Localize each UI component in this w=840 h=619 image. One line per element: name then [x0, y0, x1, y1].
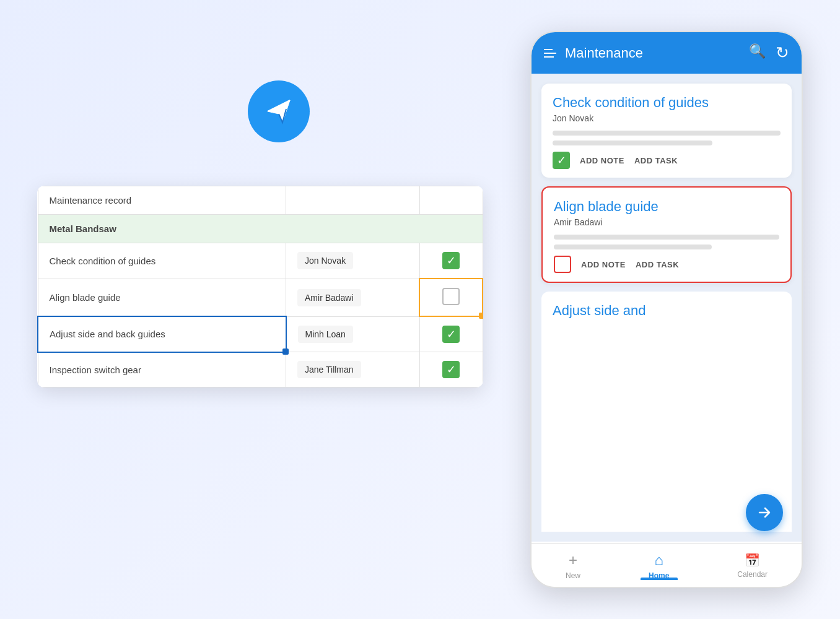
card2-footer: ADD NOTE ADD TASK [554, 256, 779, 273]
phone-topbar: Maintenance 🔍 ↻ [532, 32, 802, 74]
new-icon: + [569, 552, 577, 569]
home-icon: ⌂ [654, 552, 663, 569]
phone-bottom-nav: + New ⌂ Home 📅 Calendar [532, 543, 802, 587]
partial-card: Adjust side and [541, 292, 792, 532]
card2-line2 [554, 245, 712, 249]
card2-add-note[interactable]: ADD NOTE [581, 260, 626, 269]
spreadsheet-table: Maintenance record Metal Bandsaw Check c… [37, 186, 483, 387]
card1-title: Check condition of guides [553, 95, 781, 111]
nav-item-home[interactable]: ⌂ Home [649, 552, 669, 580]
card1-assignee: Jon Novak [553, 113, 781, 123]
phone-title: Maintenance [565, 45, 643, 61]
card2-line1 [554, 235, 779, 240]
table-row: Align blade guide Amir Badawi [38, 279, 483, 316]
section-row: Metal Bandsaw [38, 215, 483, 243]
assignee-cell: Jon Novak [286, 243, 420, 279]
card1-line1 [553, 131, 781, 136]
card2-title: Align blade guide [554, 199, 779, 215]
task-cell: Inspection switch gear [38, 352, 286, 387]
paper-plane-icon [248, 80, 310, 142]
nav-calendar-label: Calendar [737, 570, 768, 579]
assignee-name: Jon Novak [297, 252, 353, 269]
table-row: Check condition of guides Jon Novak ✓ [38, 243, 483, 279]
nav-new-label: New [566, 571, 580, 580]
task-cell: Check condition of guides [38, 243, 286, 279]
nav-item-new[interactable]: + New [566, 552, 580, 580]
task-cell: Align blade guide [38, 279, 286, 316]
header-col3 [419, 186, 483, 215]
card1-line2 [553, 141, 712, 145]
assignee-name: Amir Badawi [297, 289, 361, 306]
card1-add-note[interactable]: ADD NOTE [580, 156, 624, 165]
task-card-1[interactable]: Check condition of guides Jon Novak ✓ AD… [541, 84, 792, 178]
menu-icon[interactable] [544, 49, 556, 58]
check-cell: ✓ [419, 352, 483, 387]
checkbox-checked[interactable]: ✓ [442, 252, 460, 269]
checkbox-empty[interactable] [442, 288, 460, 305]
table-row: Inspection switch gear Jane Tillman ✓ [38, 352, 483, 387]
spreadsheet-panel: Maintenance record Metal Bandsaw Check c… [37, 186, 483, 387]
nav-item-calendar[interactable]: 📅 Calendar [737, 553, 768, 579]
refresh-icon[interactable]: ↻ [776, 43, 789, 63]
task-cell-selected: Adjust side and back guides [38, 316, 286, 352]
assignee-cell: Amir Badawi [286, 279, 420, 316]
checkbox-checked[interactable]: ✓ [442, 326, 460, 343]
checkbox-checked[interactable]: ✓ [442, 361, 460, 378]
topbar-left: Maintenance [544, 45, 643, 61]
calendar-icon: 📅 [745, 553, 760, 568]
section-label: Metal Bandsaw [38, 215, 483, 243]
table-row-selected: Adjust side and back guides Minh Loan ✓ [38, 316, 483, 352]
card1-checkbox[interactable]: ✓ [553, 152, 570, 169]
card2-assignee: Amir Badawi [554, 217, 779, 227]
assignee-name: Minh Loan [298, 326, 353, 343]
fab-button[interactable] [746, 494, 783, 531]
card1-add-task[interactable]: ADD TASK [634, 156, 678, 165]
paper-plane-container [248, 80, 310, 142]
assignee-name: Jane Tillman [297, 361, 361, 378]
search-icon[interactable]: 🔍 [749, 43, 766, 63]
partial-card-title: Adjust side and [553, 303, 781, 319]
card2-add-task[interactable]: ADD TASK [636, 260, 679, 269]
header-row: Maintenance record [38, 186, 483, 215]
task-card-2[interactable]: Align blade guide Amir Badawi ADD NOTE A… [541, 186, 792, 283]
header-col1: Maintenance record [38, 186, 286, 215]
check-cell-highlighted[interactable] [419, 279, 483, 316]
assignee-cell: Jane Tillman [286, 352, 420, 387]
card1-footer: ✓ ADD NOTE ADD TASK [553, 152, 781, 169]
card2-checkbox[interactable] [554, 256, 571, 273]
phone-content: Check condition of guides Jon Novak ✓ AD… [532, 74, 802, 542]
check-cell: ✓ [419, 243, 483, 279]
header-col2 [286, 186, 420, 215]
nav-active-indicator [641, 578, 678, 580]
check-cell: ✓ [419, 316, 483, 352]
topbar-icons: 🔍 ↻ [749, 43, 789, 63]
phone-mockup: Maintenance 🔍 ↻ Check condition of guide… [530, 31, 803, 588]
assignee-cell: Minh Loan [286, 316, 420, 352]
